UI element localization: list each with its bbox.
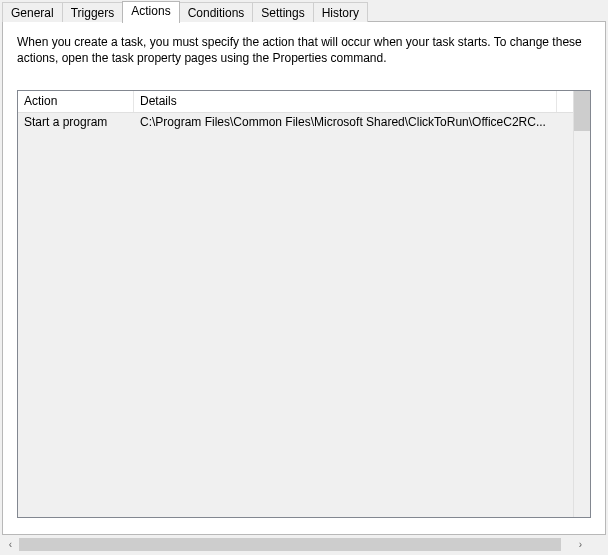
vertical-scrollbar[interactable] [573,91,590,517]
tab-history[interactable]: History [313,2,368,22]
task-properties-panel: General Triggers Actions Conditions Sett… [0,0,608,555]
chevron-left-icon: ‹ [9,539,12,550]
horizontal-scroll-thumb[interactable] [19,538,561,551]
actions-description: When you create a task, you must specify… [3,22,605,76]
tab-settings[interactable]: Settings [252,2,313,22]
tab-general[interactable]: General [2,2,63,22]
cell-action: Start a program [18,113,134,133]
horizontal-scrollbar[interactable]: ‹ › [2,536,606,553]
tab-page-actions: When you create a task, you must specify… [2,21,606,535]
horizontal-scroll-track[interactable] [19,536,572,553]
actions-list-body[interactable]: Start a program C:\Program Files\Common … [18,113,573,517]
vertical-scroll-thumb[interactable] [574,91,590,131]
column-header-spacer [557,91,573,112]
cell-details: C:\Program Files\Common Files\Microsoft … [134,113,573,133]
column-header-details[interactable]: Details [134,91,557,112]
chevron-right-icon: › [579,539,582,550]
tab-actions[interactable]: Actions [122,1,179,23]
table-row[interactable]: Start a program C:\Program Files\Common … [18,113,573,133]
scrollbar-corner [589,536,606,553]
actions-list-header: Action Details [18,91,573,113]
actions-list-inner: Action Details Start a program C:\Progra… [18,91,573,517]
actions-list[interactable]: Action Details Start a program C:\Progra… [17,90,591,518]
tab-strip: General Triggers Actions Conditions Sett… [0,0,608,22]
column-header-action[interactable]: Action [18,91,134,112]
scroll-left-button[interactable]: ‹ [2,536,19,553]
scroll-right-button[interactable]: › [572,536,589,553]
tab-triggers[interactable]: Triggers [62,2,124,22]
tab-conditions[interactable]: Conditions [179,2,254,22]
